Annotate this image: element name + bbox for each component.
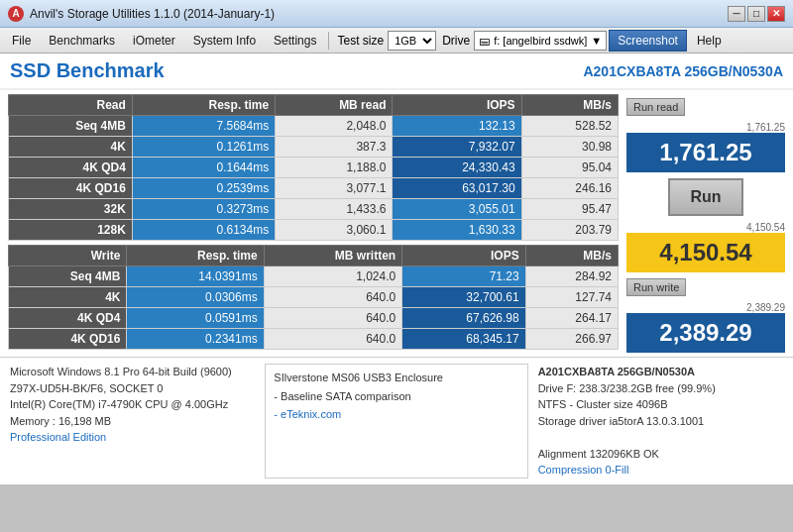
total-score-display: 4,150.54 bbox=[626, 233, 785, 272]
menu-bar: File Benchmarks iOmeter System Info Sett… bbox=[0, 28, 793, 53]
menu-file[interactable]: File bbox=[4, 30, 39, 52]
read-mb: 2,048.0 bbox=[276, 116, 393, 137]
read-score-small: 1,761.25 bbox=[626, 122, 785, 133]
col-iops-read: IOPS bbox=[393, 95, 521, 116]
minimize-button[interactable]: ─ bbox=[728, 6, 745, 22]
read-resp: 0.1644ms bbox=[132, 158, 275, 178]
read-row-label: 128K bbox=[9, 220, 133, 241]
write-iops: 71.23 bbox=[402, 266, 526, 287]
col-read: Read bbox=[9, 95, 133, 116]
write-resp: 0.2341ms bbox=[127, 329, 264, 350]
drive-info-model: A201CXBA8TA 256GB/N0530A bbox=[538, 364, 783, 380]
drive-info: A201CXBA8TA 256GB/N0530A Drive F: 238.3/… bbox=[538, 364, 783, 479]
read-mbs: 30.98 bbox=[521, 137, 618, 158]
main-content: SSD Benchmark A201CXBA8TA 256GB/N0530A R… bbox=[0, 53, 793, 357]
read-row-label: 4K bbox=[9, 137, 133, 158]
menu-benchmarks[interactable]: Benchmarks bbox=[41, 30, 123, 52]
run-read-button[interactable]: Run read bbox=[626, 98, 685, 116]
ssd-title: SSD Benchmark bbox=[10, 59, 165, 82]
read-score-display: 1,761.25 bbox=[626, 133, 785, 172]
read-resp: 0.3273ms bbox=[132, 199, 275, 220]
read-resp: 7.5684ms bbox=[132, 116, 275, 137]
ssd-header: SSD Benchmark A201CXBA8TA 256GB/N0530A bbox=[0, 53, 793, 90]
write-resp: 14.0391ms bbox=[127, 266, 264, 287]
write-score-block: 2,389.29 2,389.29 bbox=[626, 302, 785, 353]
col-write: Write bbox=[9, 246, 127, 266]
pro-edition-label: Professional Edition bbox=[10, 429, 255, 446]
test-size-select[interactable]: 1GB 4GB bbox=[388, 31, 436, 51]
drive-selector[interactable]: 🖴 f: [angelbird ssdwk] ▼ bbox=[474, 31, 607, 51]
read-mb: 1,433.6 bbox=[276, 199, 393, 220]
sys-line-1: Microsoft Windows 8.1 Pro 64-bit Build (… bbox=[10, 364, 255, 380]
read-row-label: 32K bbox=[9, 199, 133, 220]
menu-help[interactable]: Help bbox=[689, 30, 730, 52]
screenshot-button[interactable]: Screenshot bbox=[609, 30, 687, 52]
write-table-row: 4K QD16 0.2341ms 640.0 68,345.17 266.97 bbox=[9, 329, 619, 350]
read-score-block: 1,761.25 1,761.25 bbox=[626, 122, 785, 172]
write-iops: 68,345.17 bbox=[402, 329, 526, 350]
read-table-row: 32K 0.3273ms 1,433.6 3,055.01 95.47 bbox=[9, 199, 619, 220]
write-resp: 0.0306ms bbox=[127, 287, 264, 308]
drive-dropdown-icon: ▼ bbox=[591, 35, 602, 47]
col-mb-written: MB written bbox=[264, 246, 401, 266]
total-score-block: 4,150.54 4,150.54 bbox=[626, 222, 785, 272]
drive-info-align: Alignment 132096KB OK bbox=[538, 446, 783, 463]
write-mb: 640.0 bbox=[264, 308, 401, 329]
sys-line-2: Z97X-UD5H-BK/F6, SOCKET 0 bbox=[10, 380, 255, 397]
benchmark-area: Read Resp. time MB read IOPS MB/s Seq 4M… bbox=[0, 90, 793, 357]
read-iops: 63,017.30 bbox=[393, 178, 521, 199]
read-mbs: 95.04 bbox=[521, 158, 618, 178]
read-table-row: 4K 0.1261ms 387.3 7,932.07 30.98 bbox=[9, 137, 619, 158]
run-read-row: Run read bbox=[626, 98, 785, 116]
menu-system-info[interactable]: System Info bbox=[185, 30, 264, 52]
menu-settings[interactable]: Settings bbox=[266, 30, 324, 52]
read-iops: 24,330.43 bbox=[393, 158, 521, 178]
read-table-row: Seq 4MB 7.5684ms 2,048.0 132.13 528.52 bbox=[9, 116, 619, 137]
col-resp-time-read: Resp. time bbox=[132, 95, 275, 116]
menu-separator-1 bbox=[328, 32, 329, 50]
write-score-small: 2,389.29 bbox=[626, 302, 785, 313]
run-write-button[interactable]: Run write bbox=[626, 278, 686, 296]
close-button[interactable]: ✕ bbox=[767, 6, 785, 22]
run-write-row: Run write bbox=[626, 278, 785, 296]
read-resp: 0.6134ms bbox=[132, 220, 275, 241]
maximize-button[interactable]: □ bbox=[747, 6, 765, 22]
center-notes: SIlverstone MS06 USB3 Enclosure - Baseli… bbox=[265, 364, 527, 479]
total-score-small: 4,150.54 bbox=[626, 222, 785, 233]
read-table-row: 4K QD16 0.2539ms 3,077.1 63,017.30 246.1… bbox=[9, 178, 619, 199]
drive-info-spacer bbox=[538, 429, 783, 446]
drive-icon: 🖴 bbox=[479, 35, 490, 47]
write-table-row: Seq 4MB 14.0391ms 1,024.0 71.23 284.92 bbox=[9, 266, 619, 287]
write-mbs: 284.92 bbox=[525, 266, 618, 287]
write-score-display: 2,389.29 bbox=[626, 313, 785, 353]
read-mbs: 95.47 bbox=[521, 199, 618, 220]
drive-info-space: Drive F: 238.3/238.2GB free (99.9%) bbox=[538, 380, 783, 397]
col-mb-read: MB read bbox=[276, 95, 393, 116]
read-mb: 3,060.1 bbox=[276, 220, 393, 241]
read-mb: 3,077.1 bbox=[276, 178, 393, 199]
menu-iometer[interactable]: iOmeter bbox=[125, 30, 183, 52]
window-controls: ─ □ ✕ bbox=[728, 6, 785, 22]
drive-info-driver: Storage driver ia5torA 13.0.3.1001 bbox=[538, 413, 783, 430]
drive-group: Drive 🖴 f: [angelbird ssdwk] ▼ bbox=[442, 31, 607, 51]
col-mbs-read: MB/s bbox=[521, 95, 618, 116]
read-mb: 1,188.0 bbox=[276, 158, 393, 178]
read-resp: 0.1261ms bbox=[132, 137, 275, 158]
read-iops: 3,055.01 bbox=[393, 199, 521, 220]
read-mbs: 528.52 bbox=[521, 116, 618, 137]
drive-label: Drive bbox=[442, 34, 470, 48]
read-mb: 387.3 bbox=[276, 137, 393, 158]
write-row-label: 4K bbox=[9, 287, 127, 308]
read-row-label: Seq 4MB bbox=[9, 116, 133, 137]
write-table-row: 4K QD4 0.0591ms 640.0 67,626.98 264.17 bbox=[9, 308, 619, 329]
col-iops-write: IOPS bbox=[402, 246, 526, 266]
run-button[interactable]: Run bbox=[668, 178, 742, 216]
center-line-3: - eTeknix.com bbox=[274, 405, 518, 424]
title-bar: A Anvil's Storage Utilities 1.1.0 (2014-… bbox=[0, 0, 793, 28]
test-size-label: Test size bbox=[337, 34, 384, 48]
system-info: Microsoft Windows 8.1 Pro 64-bit Build (… bbox=[10, 364, 255, 479]
write-mb: 640.0 bbox=[264, 287, 401, 308]
read-iops: 132.13 bbox=[393, 116, 521, 137]
read-row-label: 4K QD4 bbox=[9, 158, 133, 178]
write-table-row: 4K 0.0306ms 640.0 32,700.61 127.74 bbox=[9, 287, 619, 308]
